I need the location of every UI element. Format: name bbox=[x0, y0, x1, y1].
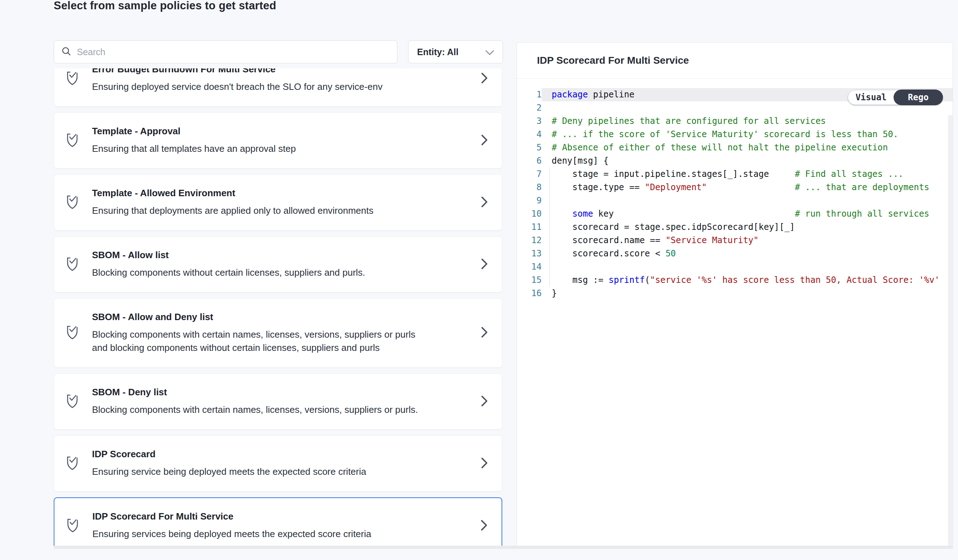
policy-description: Ensuring deployed service doesn't breach… bbox=[92, 80, 432, 94]
code-text bbox=[542, 260, 953, 274]
line-number: 13 bbox=[517, 247, 542, 260]
policy-description: Ensuring that deployments are applied on… bbox=[92, 204, 432, 217]
search-icon bbox=[61, 46, 71, 58]
policy-detail-panel: IDP Scorecard For Multi Service 1 packag… bbox=[517, 42, 953, 546]
shield-check-icon bbox=[65, 132, 79, 149]
detail-header: IDP Scorecard For Multi Service bbox=[517, 43, 953, 79]
policy-description: Ensuring service being deployed meets th… bbox=[92, 465, 432, 478]
policy-title: Error Budget Burndown For Multi Service bbox=[92, 68, 459, 75]
line-number: 1 bbox=[517, 88, 542, 102]
policy-title: SBOM - Deny list bbox=[92, 387, 459, 398]
line-number: 3 bbox=[517, 114, 542, 128]
code-text: scorecard.score < 50 bbox=[542, 247, 953, 260]
line-number: 16 bbox=[517, 287, 542, 300]
code-text: stage = input.pipeline.stages[_].stage #… bbox=[542, 168, 953, 181]
code-text: msg := sprintf("service '%s' has score l… bbox=[542, 274, 953, 287]
policy-list-item[interactable]: SBOM - Allow list Blocking components wi… bbox=[54, 236, 502, 292]
policy-list-item[interactable]: IDP Scorecard Ensuring service being dep… bbox=[54, 435, 502, 492]
chevron-right-icon[interactable] bbox=[481, 327, 488, 339]
shield-check-icon bbox=[65, 256, 79, 273]
policy-list-item[interactable]: SBOM - Allow and Deny list Blocking comp… bbox=[54, 298, 502, 368]
policy-title: Template - Allowed Environment bbox=[92, 188, 459, 199]
page-title: Select from sample policies to get start… bbox=[54, 0, 276, 12]
chevron-down-icon bbox=[485, 47, 494, 57]
code-line: 10 some key # run through all services bbox=[517, 207, 953, 221]
detail-title: IDP Scorecard For Multi Service bbox=[537, 55, 689, 66]
code-scrollbar[interactable] bbox=[948, 115, 953, 546]
policy-list-item[interactable]: IDP Scorecard For Multi Service Ensuring… bbox=[54, 497, 502, 547]
code-line: 7 stage = input.pipeline.stages[_].stage… bbox=[517, 168, 953, 181]
shield-check-icon bbox=[66, 517, 79, 535]
code-line: 13 scorecard.score < 50 bbox=[517, 247, 953, 260]
code-line: 5 # Absence of either of these will not … bbox=[517, 141, 953, 154]
view-toggle[interactable]: VisualRego bbox=[848, 90, 943, 105]
code-text: some key # run through all services bbox=[542, 207, 953, 221]
policy-title: SBOM - Allow and Deny list bbox=[92, 311, 459, 323]
line-number: 10 bbox=[517, 207, 542, 221]
chevron-right-icon[interactable] bbox=[481, 134, 488, 147]
code-line: 8 stage.type == "Deployment" # ... that … bbox=[517, 181, 953, 194]
policy-description: Blocking components with certain names, … bbox=[92, 328, 432, 354]
code-line: 12 scorecard.name == "Service Maturity" bbox=[517, 234, 953, 247]
code-text: } bbox=[542, 287, 953, 300]
line-number: 4 bbox=[517, 128, 542, 141]
line-number: 2 bbox=[517, 102, 542, 114]
code-line: 15 msg := sprintf("service '%s' has scor… bbox=[517, 274, 953, 287]
policy-list-item[interactable]: Error Budget Burndown For Multi Service … bbox=[54, 68, 502, 107]
line-number: 11 bbox=[517, 221, 542, 234]
line-number: 12 bbox=[517, 234, 542, 247]
line-number: 6 bbox=[517, 154, 542, 168]
policy-list-item[interactable]: SBOM - Deny list Blocking components wit… bbox=[54, 373, 502, 430]
policy-description: Ensuring services being deployed meets t… bbox=[92, 527, 433, 541]
code-lines: 1 package pipeline 2 3 # Deny pipelines … bbox=[517, 88, 953, 300]
horizontal-scrollbar[interactable] bbox=[54, 546, 953, 549]
shield-check-icon bbox=[65, 324, 79, 341]
chevron-right-icon[interactable] bbox=[481, 72, 488, 85]
shield-check-icon bbox=[65, 70, 79, 87]
entity-filter-label: Entity: All bbox=[417, 47, 458, 57]
line-number: 8 bbox=[517, 181, 542, 194]
shield-check-icon bbox=[65, 455, 79, 472]
code-editor[interactable]: 1 package pipeline 2 3 # Deny pipelines … bbox=[517, 79, 953, 546]
chevron-right-icon[interactable] bbox=[481, 258, 488, 271]
policy-description: Blocking components without certain lice… bbox=[92, 266, 432, 279]
chevron-right-icon[interactable] bbox=[481, 196, 488, 209]
search-input[interactable] bbox=[77, 47, 390, 57]
code-text: deny[msg] { bbox=[542, 154, 953, 168]
policy-list-item[interactable]: Template - Approval Ensuring that all te… bbox=[54, 113, 502, 169]
entity-filter-dropdown[interactable]: Entity: All bbox=[408, 40, 503, 63]
code-text bbox=[542, 194, 953, 207]
policy-description: Blocking components with certain names, … bbox=[92, 403, 432, 416]
policy-title: IDP Scorecard bbox=[92, 449, 459, 460]
line-number: 14 bbox=[517, 260, 542, 274]
code-text: scorecard = stage.spec.idpScorecard[key]… bbox=[542, 221, 953, 234]
code-line: 4 # ... if the score of 'Service Maturit… bbox=[517, 128, 953, 141]
code-line: 11 scorecard = stage.spec.idpScorecard[k… bbox=[517, 221, 953, 234]
policy-title: SBOM - Allow list bbox=[92, 249, 459, 261]
shield-check-icon bbox=[65, 393, 79, 410]
policy-title: Template - Approval bbox=[92, 126, 459, 137]
chevron-right-icon[interactable] bbox=[481, 457, 488, 470]
code-line: 14 bbox=[517, 260, 953, 274]
line-number: 9 bbox=[517, 194, 542, 207]
chevron-right-icon[interactable] bbox=[480, 520, 488, 532]
policy-list-item[interactable]: Template - Allowed Environment Ensuring … bbox=[54, 175, 502, 231]
search-box[interactable] bbox=[54, 40, 397, 63]
code-text: scorecard.name == "Service Maturity" bbox=[542, 234, 953, 247]
code-line: 9 bbox=[517, 194, 953, 207]
toggle-option-rego[interactable]: Rego bbox=[893, 89, 943, 105]
code-text: # Deny pipelines that are configured for… bbox=[542, 114, 953, 128]
list-toolbar: Entity: All bbox=[54, 40, 503, 63]
toggle-option-visual[interactable]: Visual bbox=[848, 90, 894, 105]
policy-list: Error Budget Burndown For Multi Service … bbox=[54, 68, 502, 547]
chevron-right-icon[interactable] bbox=[481, 395, 488, 408]
shield-check-icon bbox=[65, 194, 79, 211]
code-line: 6 deny[msg] { bbox=[517, 154, 953, 168]
line-number: 15 bbox=[517, 274, 542, 287]
policy-title: IDP Scorecard For Multi Service bbox=[92, 511, 458, 522]
code-line: 3 # Deny pipelines that are configured f… bbox=[517, 114, 953, 128]
line-number: 7 bbox=[517, 168, 542, 181]
line-number: 5 bbox=[517, 141, 542, 154]
code-text: # ... if the score of 'Service Maturity'… bbox=[542, 128, 953, 141]
policy-description: Ensuring that all templates have an appr… bbox=[92, 142, 432, 155]
